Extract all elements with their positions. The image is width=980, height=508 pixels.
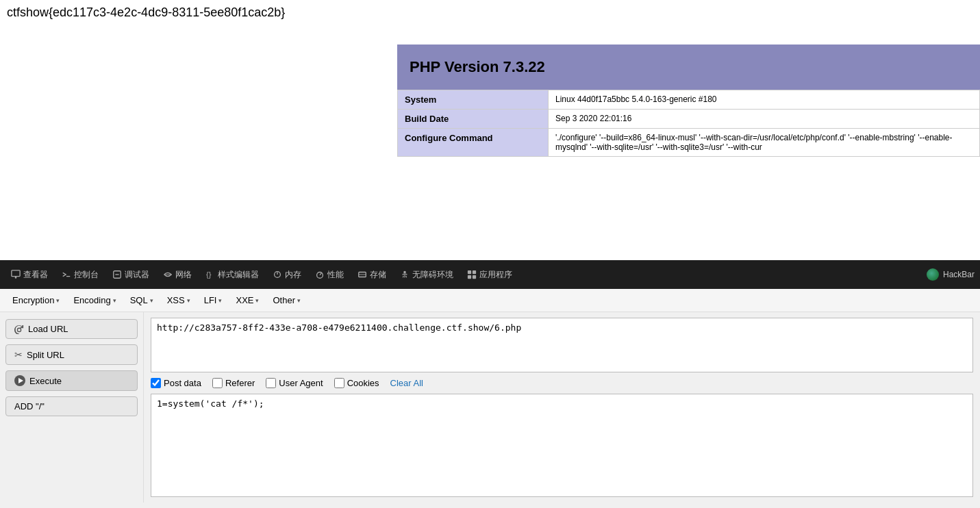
add-slash-label: ADD "/" xyxy=(14,401,45,411)
devtools-item-accessibility[interactable]: 无障碍环境 xyxy=(394,266,459,283)
option-cookies[interactable]: Cookies xyxy=(334,378,379,388)
svg-rect-12 xyxy=(468,270,471,274)
devtools-label-applications: 应用程序 xyxy=(479,269,512,281)
url-input[interactable] xyxy=(151,318,973,372)
execute-label: Execute xyxy=(29,376,62,386)
hackbar-right: Post data Referer User Agent Cookies Cle… xyxy=(144,312,980,503)
php-row-label: Configure Command xyxy=(398,129,549,157)
svg-text:{}: {} xyxy=(206,270,212,279)
devtools-label-style-editor: 样式编辑器 xyxy=(218,269,259,281)
clear-all-button[interactable]: Clear All xyxy=(390,378,423,388)
cookies-checkbox[interactable] xyxy=(334,378,344,388)
menu-item-encryption[interactable]: Encryption ▾ xyxy=(7,293,65,307)
option-user-agent[interactable]: User Agent xyxy=(266,378,323,388)
referer-label: Referer xyxy=(225,378,255,388)
add-slash-button[interactable]: ADD "/" xyxy=(5,396,138,416)
devtools-label-debugger: 调试器 xyxy=(125,269,149,281)
svg-rect-13 xyxy=(473,270,476,274)
devtools-label-console: 控制台 xyxy=(74,269,99,281)
load-url-button[interactable]: Load URL xyxy=(5,319,138,339)
menu-item-xxe[interactable]: XXE ▾ xyxy=(230,293,264,307)
table-row: Configure Command './configure' '--build… xyxy=(398,129,980,157)
menu-item-lfi[interactable]: LFI ▾ xyxy=(199,293,228,307)
options-row: Post data Referer User Agent Cookies Cle… xyxy=(151,378,973,388)
hackbar-icon xyxy=(927,268,939,281)
table-row: System Linux 44d0f17a5bbc 5.4.0-163-gene… xyxy=(398,90,980,110)
referer-checkbox[interactable] xyxy=(212,378,223,388)
devtools-toolbar: 查看器 控制台 调试器 网络 {} 样式编辑器 内存 性能 存储 无障碍环境 xyxy=(0,260,980,289)
chevron-down-icon: ▾ xyxy=(56,297,60,304)
php-info-panel: PHP Version 7.3.22 System Linux 44d0f17a… xyxy=(397,45,980,241)
svg-point-11 xyxy=(403,271,406,274)
php-row-value: './configure' '--build=x86_64-linux-musl… xyxy=(549,129,980,157)
menu-item-encoding[interactable]: Encoding ▾ xyxy=(68,293,121,307)
menu-label-xxe: XXE xyxy=(236,295,253,305)
devtools-item-performance[interactable]: 性能 xyxy=(310,266,349,283)
svg-rect-0 xyxy=(12,270,20,277)
php-row-value: Linux 44d0f17a5bbc 5.4.0-163-generic #18… xyxy=(549,90,980,110)
php-header: PHP Version 7.3.22 xyxy=(397,45,980,90)
play-icon xyxy=(14,375,25,386)
menu-label-xss: XSS xyxy=(167,295,185,305)
devtools-label-memory: 内存 xyxy=(285,269,301,281)
devtools-label-storage: 存储 xyxy=(370,269,386,281)
chevron-down-icon: ▾ xyxy=(150,297,153,304)
hackbar-content: Load URL ✂ Split URL Execute ADD "/" xyxy=(0,312,980,503)
chevron-down-icon: ▾ xyxy=(218,297,222,304)
php-version-title: PHP Version 7.3.22 xyxy=(410,58,968,76)
load-url-label: Load URL xyxy=(28,324,68,334)
post-data-checkbox[interactable] xyxy=(151,378,161,388)
php-row-label: Build Date xyxy=(398,110,549,129)
user-agent-checkbox[interactable] xyxy=(266,378,276,388)
devtools-item-storage[interactable]: 存储 xyxy=(352,266,392,283)
svg-rect-14 xyxy=(468,275,471,279)
split-url-button[interactable]: ✂ Split URL xyxy=(5,344,138,365)
devtools-label-accessibility: 无障碍环境 xyxy=(412,269,453,281)
svg-rect-15 xyxy=(473,275,476,279)
split-url-label: Split URL xyxy=(27,350,64,360)
hackbar-panel: Encryption ▾ Encoding ▾ SQL ▾ XSS ▾ LFI … xyxy=(0,289,980,508)
devtools-item-inspector[interactable]: 查看器 xyxy=(5,266,53,283)
menu-item-other[interactable]: Other ▾ xyxy=(267,293,306,307)
chevron-down-icon: ▾ xyxy=(187,297,190,304)
devtools-label-network: 网络 xyxy=(175,269,192,281)
user-agent-label: User Agent xyxy=(279,378,323,388)
svg-point-1 xyxy=(15,277,17,279)
flag-text: ctfshow{edc117c3-4e2c-4dc9-8311-5ee80f1c… xyxy=(7,5,285,20)
devtools-label-inspector: 查看器 xyxy=(23,269,48,281)
scissors-icon: ✂ xyxy=(14,349,23,360)
menu-label-encoding: Encoding xyxy=(73,295,110,305)
hackbar-menu: Encryption ▾ Encoding ▾ SQL ▾ XSS ▾ LFI … xyxy=(0,289,980,312)
execute-button[interactable]: Execute xyxy=(5,370,138,391)
menu-label-other: Other xyxy=(273,295,295,305)
devtools-item-debugger[interactable]: 调试器 xyxy=(107,266,155,283)
devtools-item-memory[interactable]: 内存 xyxy=(267,266,307,283)
post-data-label: Post data xyxy=(164,378,201,388)
php-row-value: Sep 3 2020 22:01:16 xyxy=(549,110,980,129)
menu-label-encryption: Encryption xyxy=(12,295,54,305)
option-referer[interactable]: Referer xyxy=(212,378,255,388)
devtools-item-applications[interactable]: 应用程序 xyxy=(462,266,518,283)
menu-item-sql[interactable]: SQL ▾ xyxy=(125,293,159,307)
php-info-table: System Linux 44d0f17a5bbc 5.4.0-163-gene… xyxy=(397,90,980,157)
devtools-item-console[interactable]: 控制台 xyxy=(56,266,104,283)
chevron-down-icon: ▾ xyxy=(255,297,259,304)
menu-label-lfi: LFI xyxy=(204,295,217,305)
option-post-data[interactable]: Post data xyxy=(151,378,201,388)
svg-point-16 xyxy=(17,328,21,331)
devtools-label-hackbar: HackBar xyxy=(943,270,975,279)
menu-label-sql: SQL xyxy=(130,295,148,305)
devtools-item-network[interactable]: 网络 xyxy=(158,266,197,283)
chevron-down-icon: ▾ xyxy=(297,297,301,304)
table-row: Build Date Sep 3 2020 22:01:16 xyxy=(398,110,980,129)
php-row-label: System xyxy=(398,90,549,110)
play-triangle xyxy=(18,378,23,383)
hackbar-buttons: Load URL ✂ Split URL Execute ADD "/" xyxy=(0,312,144,503)
chevron-down-icon: ▾ xyxy=(113,297,116,304)
devtools-label-performance: 性能 xyxy=(327,269,344,281)
cookies-label: Cookies xyxy=(347,378,379,388)
post-data-input[interactable] xyxy=(151,394,973,497)
menu-item-xss[interactable]: XSS ▾ xyxy=(162,293,196,307)
devtools-item-style-editor[interactable]: {} 样式编辑器 xyxy=(200,266,264,283)
devtools-item-hackbar[interactable]: HackBar xyxy=(927,268,975,281)
